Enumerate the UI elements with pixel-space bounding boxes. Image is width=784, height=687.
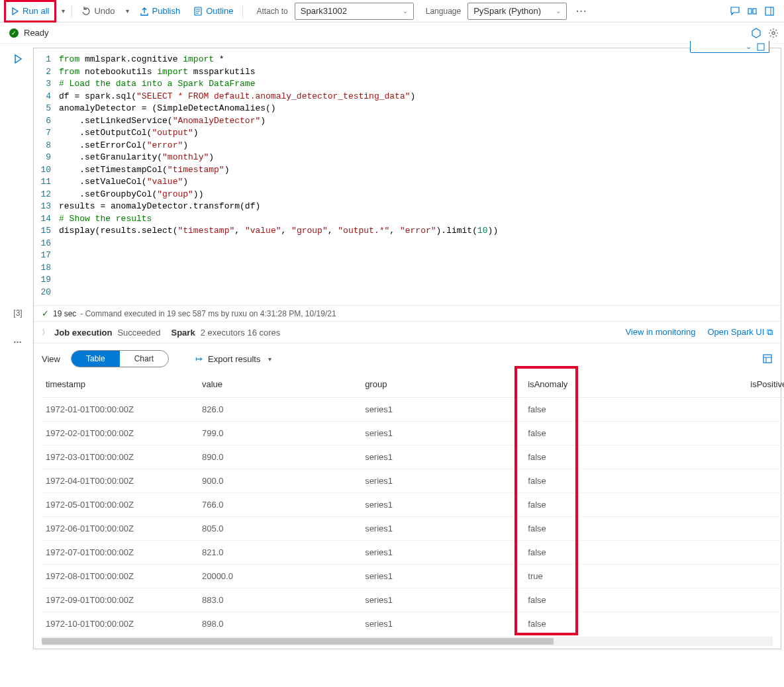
table-cell: 1972-08-01T00:00:00Z	[42, 565, 198, 588]
table-cell: 821.0	[198, 541, 361, 565]
run-all-chevron[interactable]: ▾	[59, 7, 68, 15]
table-cell: 1972-02-01T00:00:00Z	[42, 422, 198, 445]
table-cell: 826.0	[198, 398, 361, 422]
publish-icon	[140, 7, 149, 16]
collapse-output-button[interactable]: ⌄	[690, 41, 769, 53]
table-row: 1972-09-01T00:00:00Z883.0series1falsefal…	[42, 588, 784, 612]
table-cell: 1972-01-01T00:00:00Z	[42, 398, 198, 422]
view-table-button[interactable]: Table	[72, 351, 120, 367]
chevron-down-icon: ▾	[266, 355, 274, 363]
settings-icon[interactable]	[768, 28, 779, 38]
table-settings-icon[interactable]	[762, 353, 773, 364]
column-header[interactable]: isPositiveAnom	[687, 371, 785, 398]
code-editor[interactable]: 1234567891011121314151617181920 from mml…	[34, 48, 781, 305]
column-header[interactable]: value	[198, 371, 361, 398]
table-row: 1972-08-01T00:00:00Z20000.0series1truetr…	[42, 565, 784, 588]
table-cell: false	[524, 493, 687, 517]
toolbar-right	[730, 6, 780, 17]
table-cell: false	[687, 517, 785, 541]
table-cell: 883.0	[198, 588, 361, 612]
comment-icon[interactable]	[730, 6, 740, 17]
divider	[242, 5, 243, 18]
job-status: Succeeded	[117, 328, 160, 338]
table-cell: series1	[361, 398, 524, 422]
table-cell: 1972-03-01T00:00:00Z	[42, 445, 198, 469]
cell-gutter: [3] …	[3, 48, 33, 649]
external-icon: ⧉	[767, 327, 773, 337]
table-cell: 20000.0	[198, 565, 361, 588]
chevron-icon: ⌄	[746, 42, 752, 51]
table-cell: series1	[361, 422, 524, 445]
table-cell: 799.0	[198, 422, 361, 445]
undo-chevron[interactable]: ▾	[123, 7, 132, 15]
table-cell: series1	[361, 588, 524, 612]
outline-icon	[193, 7, 203, 16]
table-cell: false	[524, 517, 687, 541]
table-cell: true	[687, 565, 785, 588]
attach-to-label: Attach to	[256, 7, 287, 16]
table-cell: 900.0	[198, 469, 361, 493]
table-cell: 766.0	[198, 493, 361, 517]
panel-icon[interactable]	[764, 6, 775, 17]
table-cell: 890.0	[198, 445, 361, 469]
status-text: Ready	[24, 28, 49, 38]
exec-detail: - Command executed in 19 sec 587 ms by r…	[80, 309, 336, 318]
cell-more-button[interactable]: …	[13, 335, 23, 345]
export-results-button[interactable]: ↦ Export results ▾	[195, 354, 274, 364]
table-cell: false	[524, 445, 687, 469]
more-button[interactable]: ···	[569, 6, 594, 16]
svg-rect-5	[753, 9, 756, 14]
table-cell: true	[524, 565, 687, 588]
attach-to-value: Spark31002	[301, 6, 347, 16]
column-header[interactable]: timestamp	[42, 371, 198, 398]
table-cell: 898.0	[198, 612, 361, 636]
publish-button[interactable]: Publish	[134, 2, 186, 21]
outline-button[interactable]: Outline	[188, 2, 238, 21]
table-cell: false	[687, 445, 785, 469]
view-monitoring-link[interactable]: View in monitoring	[625, 327, 695, 338]
svg-marker-8	[752, 28, 760, 38]
session-icon[interactable]	[751, 28, 761, 38]
svg-rect-6	[765, 7, 773, 15]
job-execution-row[interactable]: 〉 Job execution Succeeded Spark 2 execut…	[34, 321, 781, 343]
results-table-wrap: timestampvaluegroupisAnomalyisPositiveAn…	[34, 371, 781, 649]
table-row: 1972-03-01T00:00:00Z890.0series1falsefal…	[42, 445, 784, 469]
play-icon	[11, 7, 19, 15]
spark-label: Spark	[171, 328, 195, 338]
attach-to-select[interactable]: Spark31002 ⌄	[295, 3, 414, 20]
table-cell: series1	[361, 517, 524, 541]
table-cell: series1	[361, 612, 524, 636]
undo-button[interactable]: Undo	[76, 2, 120, 21]
table-cell: 1972-06-01T00:00:00Z	[42, 517, 198, 541]
language-value: PySpark (Python)	[473, 6, 541, 16]
table-cell: false	[687, 541, 785, 565]
column-header[interactable]: isAnomaly	[524, 371, 687, 398]
toolbar: Run all ▾ Undo ▾ Publish Outline Attach …	[0, 0, 784, 23]
view-chart-button[interactable]: Chart	[120, 351, 168, 367]
publish-label: Publish	[152, 6, 181, 16]
svg-rect-11	[763, 355, 771, 363]
run-cell-button[interactable]	[13, 54, 23, 64]
run-all-highlight: Run all	[4, 0, 56, 23]
horizontal-scrollbar[interactable]	[42, 637, 773, 646]
table-cell: false	[687, 493, 785, 517]
export-label: Export results	[208, 354, 260, 364]
table-cell: 1972-04-01T00:00:00Z	[42, 469, 198, 493]
undo-label: Undo	[94, 6, 115, 16]
language-select[interactable]: PySpark (Python) ⌄	[467, 3, 567, 20]
cell-body: 1234567891011121314151617181920 from mml…	[33, 48, 781, 649]
exec-status: ✓ 19 sec - Command executed in 19 sec 58…	[34, 305, 781, 321]
run-all-button[interactable]: Run all	[7, 3, 53, 19]
check-icon: ✓	[42, 308, 49, 318]
variables-icon[interactable]	[747, 6, 758, 17]
table-cell: false	[524, 612, 687, 636]
table-row: 1972-04-01T00:00:00Z900.0series1falsefal…	[42, 469, 784, 493]
chevron-down-icon: ⌄	[556, 7, 561, 15]
table-cell: false	[687, 422, 785, 445]
scrollbar-thumb[interactable]	[42, 638, 554, 645]
table-cell: false	[687, 398, 785, 422]
open-spark-ui-link[interactable]: Open Spark UI ⧉	[707, 327, 773, 338]
status-ok-icon: ✓	[9, 28, 19, 38]
column-header[interactable]: group	[361, 371, 524, 398]
table-row: 1972-07-01T00:00:00Z821.0series1falsefal…	[42, 541, 784, 565]
